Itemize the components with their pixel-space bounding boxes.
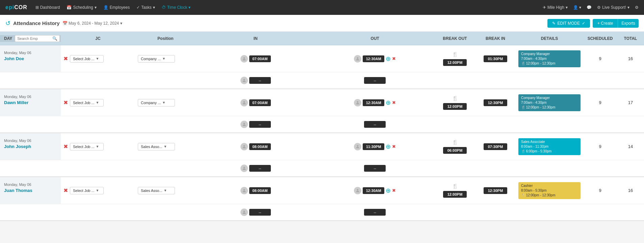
out-time-badge-3[interactable]: 11:30PM — [363, 143, 384, 150]
search-icon: 🔍 — [52, 36, 57, 41]
svg-point-11 — [243, 211, 245, 212]
create-button[interactable]: + Create — [593, 19, 618, 28]
nav-settings[interactable]: ⚙ — [635, 5, 639, 10]
employee-search[interactable]: 🔍 — [15, 35, 60, 42]
jc-inner-1: ✖ Select Job ... ▼ — [63, 55, 104, 63]
nav-user[interactable]: 👤 ▾ — [573, 5, 581, 10]
day-label-4: Monday, May 06 — [4, 183, 57, 187]
pos-inner-1: Company ... ▼ — [138, 55, 193, 63]
search-input[interactable] — [17, 37, 51, 41]
main-row-2: Monday, May 06 Dawn Miller ✖ Select Job … — [0, 89, 644, 116]
nav-live-support[interactable]: ⚙ Live Support! ▾ — [597, 5, 629, 10]
pos-inner-2: Company ... ▼ — [138, 99, 193, 106]
break-icon-3: 🍴 — [452, 140, 458, 145]
sub-row-1: -- -- — [0, 72, 644, 89]
nav-tasks[interactable]: ✓ Tasks ▾ — [136, 5, 155, 10]
in-time-badge-1[interactable]: 07:00AM — [249, 55, 271, 62]
sub-out-dash-4: -- — [364, 209, 386, 216]
select-position-4[interactable]: Sales Asso... ▼ — [138, 187, 175, 194]
sub-in-group-2: -- — [240, 121, 271, 128]
out-avatar-3 — [354, 143, 361, 150]
detail-title-1: Company Manager — [521, 52, 578, 56]
col-jc: JC — [61, 36, 135, 41]
add-icon-1[interactable]: ⊕ — [386, 55, 391, 63]
break-in-badge-4[interactable]: 12:30PM — [484, 187, 507, 194]
sub-row-2: -- -- — [0, 116, 644, 132]
out-delete-2[interactable]: ✖ — [392, 100, 396, 105]
in-time-badge-4[interactable]: 08:00AM — [249, 187, 271, 194]
select-position-1[interactable]: Company ... ▼ — [138, 55, 175, 63]
svg-point-7 — [357, 145, 359, 147]
select-job-3[interactable]: Select Job ... ▼ — [70, 143, 104, 150]
in-cell-2: 07:00AM — [196, 97, 315, 108]
caret-icon: ▼ — [96, 145, 99, 148]
sub-in-avatar-3 — [240, 165, 248, 172]
nav-mile-high[interactable]: ✈ Mile High ▾ — [543, 5, 568, 10]
nav-chat[interactable]: 💬 — [587, 5, 592, 10]
break-in-badge-3[interactable]: 07:30PM — [484, 143, 507, 150]
break-out-badge-3[interactable]: 06:00PM — [443, 147, 467, 154]
sub-out-group-4: -- — [364, 209, 386, 216]
jc-cell-4: ✖ Select Job ... ▼ — [61, 186, 135, 196]
top-navigation: epiCOR ⊞ Dashboard 📅 Scheduling ▾ 👤 Empl… — [0, 0, 644, 15]
in-time-badge-3[interactable]: 08:00AM — [249, 143, 271, 150]
select-job-4[interactable]: Select Job ... ▼ — [70, 187, 104, 194]
break-out-badge-1[interactable]: 12:00PM — [443, 59, 467, 66]
detail-title-2: Company Manager — [521, 96, 578, 100]
select-job-1[interactable]: Select Job ... ▼ — [70, 55, 104, 63]
out-cell-3: 11:30PM ⊕ ✖ — [315, 141, 435, 152]
detail-break-2: 🍴 12:00pm - 12:30pm — [521, 105, 578, 110]
break-out-cell-1: 🍴 12:00PM — [435, 50, 475, 68]
subheader: ↺ Attendance History 📅 May 6, 2024 - May… — [0, 15, 644, 32]
caret-icon: ▼ — [96, 57, 99, 60]
in-time-group-1: 07:00AM — [240, 55, 271, 63]
break-out-cell-4: 🍴 12:00PM — [435, 181, 475, 200]
out-delete-4[interactable]: ✖ — [392, 188, 396, 193]
out-delete-1[interactable]: ✖ — [392, 56, 396, 61]
select-position-2[interactable]: Company ... ▼ — [138, 99, 175, 106]
sub-row-3: -- -- — [0, 160, 644, 176]
detail-title-4: Cashier — [521, 184, 578, 188]
out-time-badge-1[interactable]: 12:30AM — [363, 55, 384, 62]
details-cell-4: Cashier 8:00am - 5:30pm 🍴 12:00pm - 12:3… — [516, 181, 583, 200]
exports-button[interactable]: Exports — [618, 19, 639, 28]
day-cell-4: Monday, May 06 Juan Thomas — [0, 177, 61, 204]
break-in-badge-2[interactable]: 12:30PM — [484, 99, 507, 106]
sub-in-group-1: -- — [240, 77, 271, 84]
in-time-badge-2[interactable]: 07:00AM — [249, 99, 271, 106]
out-delete-3[interactable]: ✖ — [392, 144, 396, 149]
jc-cell-2: ✖ Select Job ... ▼ — [61, 98, 135, 108]
delete-icon-4[interactable]: ✖ — [63, 187, 68, 194]
history-icon: ↺ — [5, 20, 10, 27]
select-position-3[interactable]: Sales Asso... ▼ — [138, 143, 175, 150]
nav-scheduling[interactable]: 📅 Scheduling ▾ — [67, 5, 96, 10]
add-icon-4[interactable]: ⊕ — [386, 187, 391, 194]
add-icon-3[interactable]: ⊕ — [386, 143, 391, 150]
sub-in-group-4: -- — [240, 209, 271, 216]
break-in-cell-4: 12:30PM — [475, 185, 516, 196]
delete-icon-3[interactable]: ✖ — [63, 143, 68, 150]
page-title: Attendance History — [13, 20, 60, 26]
table-row: Monday, May 06 John Doe ✖ Select Job ...… — [0, 45, 644, 89]
main-row-1: Monday, May 06 John Doe ✖ Select Job ...… — [0, 45, 644, 72]
svg-point-8 — [243, 167, 245, 168]
edit-mode-button[interactable]: ✎ EDIT MODE ✓ — [547, 19, 590, 28]
select-job-2[interactable]: Select Job ... ▼ — [70, 99, 104, 106]
break-out-badge-2[interactable]: 12:00PM — [443, 103, 467, 110]
delete-icon-2[interactable]: ✖ — [63, 99, 68, 106]
col-total: TOTAL — [617, 36, 644, 41]
pos-cell-1: Company ... ▼ — [135, 54, 196, 64]
nav-timeclock[interactable]: ⏱ Time Clock ▾ — [162, 5, 191, 10]
out-time-badge-2[interactable]: 12:30AM — [363, 99, 384, 106]
col-day: DAY 🔍 — [0, 35, 61, 42]
nav-employees[interactable]: 👤 Employees — [103, 5, 130, 10]
main-row-3: Monday, May 06 John Joseph ✖ Select Job … — [0, 133, 644, 160]
scheduled-cell-4: 9 — [583, 187, 617, 194]
delete-icon-1[interactable]: ✖ — [63, 55, 68, 62]
nav-dashboard[interactable]: ⊞ Dashboard — [35, 5, 60, 10]
out-time-badge-4[interactable]: 12:30AM — [363, 187, 384, 194]
break-in-badge-1[interactable]: 01:30PM — [484, 55, 507, 62]
caret-icon: ▼ — [96, 101, 99, 104]
add-icon-2[interactable]: ⊕ — [386, 99, 391, 106]
break-out-badge-4[interactable]: 12:00PM — [443, 191, 467, 198]
